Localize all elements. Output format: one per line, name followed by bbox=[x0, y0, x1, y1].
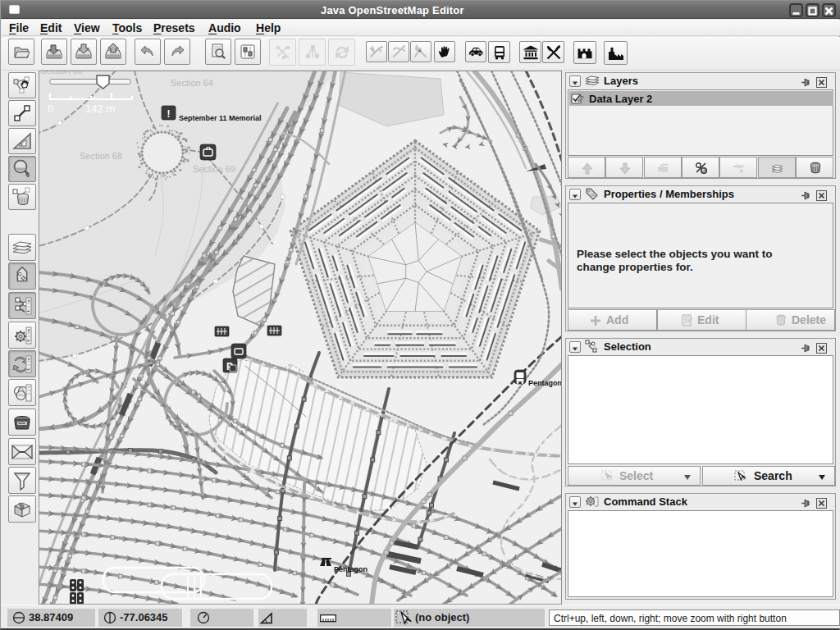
svg-text:142 m: 142 m bbox=[85, 103, 115, 115]
svg-text:Section 69: Section 69 bbox=[193, 164, 235, 174]
svg-text:Pentagon: Pentagon bbox=[528, 379, 562, 387]
svg-text:Pentagon: Pentagon bbox=[334, 565, 368, 573]
svg-text:Section 64: Section 64 bbox=[171, 78, 213, 88]
svg-text:Section 68: Section 68 bbox=[80, 151, 122, 161]
svg-text:0: 0 bbox=[48, 103, 53, 115]
svg-text:!: ! bbox=[167, 108, 171, 120]
svg-text:September 11 Memorial: September 11 Memorial bbox=[179, 114, 262, 122]
